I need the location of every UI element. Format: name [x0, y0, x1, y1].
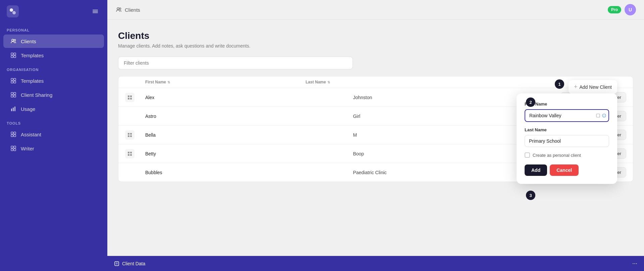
sidebar-writer-label: Writer — [21, 146, 34, 151]
first-name-label: First Name — [525, 101, 609, 107]
topbar-left: Clients — [115, 6, 140, 13]
svg-rect-19 — [11, 109, 12, 111]
more-options-button[interactable]: ··· — [632, 260, 637, 267]
personal-client-checkbox[interactable] — [525, 152, 530, 158]
svg-rect-25 — [14, 135, 16, 137]
svg-rect-26 — [11, 146, 13, 148]
svg-rect-28 — [11, 149, 13, 151]
add-client-modal: First Name i Last Name Create as persona… — [517, 93, 617, 184]
svg-rect-32 — [128, 95, 129, 97]
topbar-clients-icon — [115, 6, 122, 13]
sidebar-item-writer[interactable]: Writer — [3, 142, 104, 155]
sidebar-item-templates-personal[interactable]: Templates — [3, 49, 104, 62]
step-3-badge: 3 — [526, 191, 535, 200]
step-2-badge: 2 — [526, 97, 535, 107]
pro-badge: Pro — [608, 6, 621, 13]
svg-point-6 — [14, 40, 16, 41]
svg-rect-24 — [11, 135, 13, 137]
topbar-title: Clients — [125, 7, 140, 13]
personal-client-label: Create as personal client — [533, 153, 581, 158]
sidebar-item-client-sharing[interactable]: Client Sharing — [3, 88, 104, 101]
sidebar-item-clients[interactable]: Clients — [3, 35, 104, 48]
templates-org-icon — [10, 77, 17, 84]
sidebar-item-usage[interactable]: Usage — [3, 102, 104, 116]
sidebar-assistant-label: Assistant — [21, 132, 41, 137]
svg-rect-48 — [128, 133, 129, 135]
svg-rect-11 — [11, 78, 13, 80]
svg-rect-17 — [11, 95, 13, 97]
user-avatar[interactable]: U — [625, 4, 636, 15]
svg-rect-20 — [13, 108, 14, 111]
svg-point-0 — [10, 8, 13, 12]
last-name-label: Last Name — [525, 127, 609, 132]
personal-section-label: Personal — [0, 23, 107, 34]
sort-first-icon[interactable]: ⇅ — [167, 80, 170, 84]
svg-rect-23 — [14, 132, 16, 134]
sidebar-item-assistant[interactable]: Assistant — [3, 128, 104, 141]
cell-first-name: Bella — [145, 132, 353, 138]
last-name-input[interactable] — [525, 135, 609, 147]
sidebar: Personal Clients Templates Organisation — [0, 0, 107, 271]
row-icon — [125, 93, 135, 102]
client-data-label: Client Data — [122, 261, 145, 266]
svg-rect-59 — [130, 152, 132, 153]
sort-last-icon[interactable]: ⇅ — [327, 80, 330, 84]
cell-first-name: Alex — [145, 95, 353, 100]
modal-cancel-button[interactable]: Cancel — [550, 164, 579, 176]
input-icons: i — [596, 113, 606, 118]
svg-rect-16 — [14, 92, 16, 94]
svg-rect-34 — [128, 98, 129, 99]
modal-add-button[interactable]: Add — [525, 164, 547, 176]
svg-rect-58 — [128, 152, 129, 153]
svg-rect-10 — [14, 56, 16, 58]
svg-rect-18 — [14, 95, 16, 97]
first-name-wrapper: i — [525, 109, 609, 122]
client-sharing-icon — [10, 91, 17, 98]
row-icon — [125, 130, 135, 140]
topbar-right: Pro U — [608, 4, 636, 15]
app-logo — [7, 5, 19, 17]
tools-section-label: Tools — [0, 116, 107, 127]
page-subtitle: Manage clients. Add notes, ask questions… — [118, 43, 633, 49]
filter-input[interactable] — [118, 57, 353, 69]
svg-rect-60 — [128, 154, 129, 156]
svg-rect-77 — [115, 262, 119, 266]
svg-rect-9 — [11, 56, 13, 58]
svg-rect-7 — [11, 53, 13, 55]
add-new-client-tooltip: + Add New Client — [569, 80, 617, 94]
sidebar-templates-personal-label: Templates — [21, 53, 44, 58]
col-first-name: First Name ⇅ — [145, 80, 306, 84]
sidebar-client-sharing-label: Client Sharing — [21, 92, 52, 98]
svg-rect-4 — [93, 12, 98, 13]
sidebar-usage-label: Usage — [21, 106, 35, 112]
main-content: Clients Pro U Clients Manage clients. Ad… — [107, 0, 644, 271]
content-area: Clients Manage clients. Add notes, ask q… — [107, 20, 644, 271]
sidebar-toggle[interactable] — [90, 6, 101, 17]
svg-point-5 — [12, 39, 14, 41]
client-data-button[interactable]: Client Data — [114, 261, 145, 266]
svg-rect-13 — [11, 81, 13, 83]
svg-rect-27 — [14, 146, 16, 148]
topbar: Clients Pro U — [107, 0, 644, 20]
svg-text:i: i — [604, 114, 604, 117]
svg-point-1 — [12, 11, 16, 14]
svg-rect-15 — [11, 92, 13, 94]
filter-bar — [118, 57, 633, 69]
svg-rect-49 — [130, 133, 132, 135]
assistant-icon — [10, 131, 17, 138]
add-new-client-label[interactable]: Add New Client — [580, 84, 612, 90]
bottom-bar: Client Data ··· — [107, 256, 644, 271]
svg-rect-14 — [14, 81, 16, 83]
writer-icon — [10, 145, 17, 152]
svg-rect-33 — [130, 95, 132, 97]
svg-rect-12 — [14, 78, 16, 80]
cell-first-name: Betty — [145, 151, 353, 156]
sidebar-header — [0, 0, 107, 23]
sidebar-item-templates-org[interactable]: Templates — [3, 74, 104, 87]
step-1-badge: 1 — [555, 79, 564, 89]
svg-rect-29 — [14, 149, 16, 151]
svg-rect-3 — [93, 11, 98, 12]
svg-point-31 — [119, 8, 121, 10]
personal-client-row: Create as personal client — [525, 152, 609, 158]
svg-rect-51 — [130, 135, 132, 137]
